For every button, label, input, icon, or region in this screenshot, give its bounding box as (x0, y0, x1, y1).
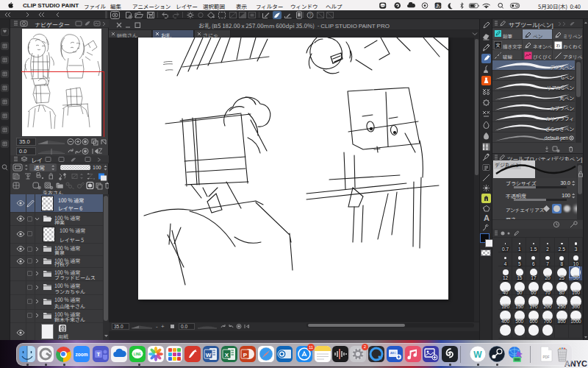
svg-text:LINE: LINE (381, 4, 385, 7)
svg-text:zoom: zoom (76, 352, 88, 357)
svg-text:W: W (473, 350, 482, 360)
svg-text:X: X (225, 352, 229, 358)
svg-text:わ: わ (556, 43, 561, 49)
svg-text:あ: あ (435, 2, 440, 9)
svg-text:W: W (206, 352, 212, 358)
svg-text:P: P (243, 352, 248, 358)
svg-text:LINE: LINE (134, 353, 141, 356)
svg-text:PDF: PDF (543, 355, 550, 359)
svg-text:T: T (97, 351, 101, 358)
svg-text:ABC: ABC (390, 351, 396, 355)
svg-text:?: ? (309, 13, 312, 18)
svg-text:文: 文 (495, 41, 501, 49)
